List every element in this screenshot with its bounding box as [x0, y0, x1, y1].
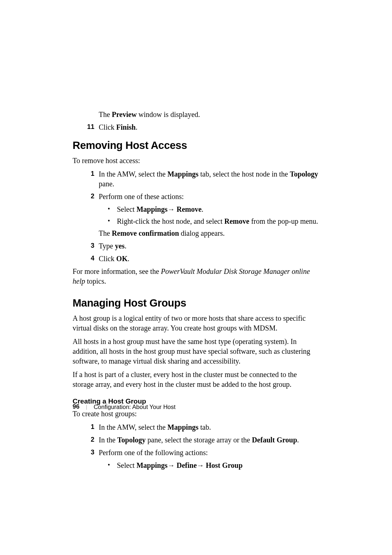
preview-post: window is displayed.	[137, 110, 200, 118]
step-number: 2	[83, 435, 94, 445]
preview-bold: Preview	[112, 110, 137, 118]
rha-confirm-note: 0 The Remove confirmation dialog appears…	[83, 228, 319, 238]
bullet-icon: •	[105, 461, 113, 470]
step-number: 1	[83, 169, 94, 189]
rha-step-3: 3 Type yes.	[83, 241, 319, 251]
intro-creating: To create host groups:	[73, 409, 319, 419]
continuation-note: 00 The Preview window is displayed.	[83, 110, 319, 119]
page-footer: 96 | Configuration: About Your Host	[73, 403, 176, 410]
step-number: 1	[83, 422, 94, 432]
chg-step-1: 1 In the AMW, select the Mappings tab.	[83, 422, 319, 432]
mhg-p3: If a host is part of a cluster, every ho…	[73, 370, 319, 389]
chg-step-3: 3 Perform one of the following actions:	[83, 448, 319, 458]
bullet-icon: •	[105, 216, 113, 226]
rha-step-1: 1 In the AMW, select the Mappings tab, s…	[83, 169, 319, 189]
more-info: For more information, see the PowerVault…	[73, 267, 319, 286]
page-content: 00 The Preview window is displayed. 11 C…	[0, 0, 392, 470]
step-number: 3	[83, 241, 94, 251]
rha-bullet-1: • Select Mappings→ Remove.	[105, 204, 319, 214]
chg-step-2: 2 In the Topology pane, select the stora…	[83, 435, 319, 445]
step-number: 4	[83, 254, 94, 264]
chg-bullet-1: • Select Mappings→ Define→ Host Group	[105, 461, 319, 470]
rha-bullet-2: • Right-click the host node, and select …	[105, 216, 319, 226]
step-number: 2	[83, 192, 94, 202]
rha-step-4: 4 Click OK.	[83, 254, 319, 264]
bullet-icon: •	[105, 204, 113, 214]
footer-separator: |	[86, 404, 87, 410]
page-number: 96	[73, 403, 79, 410]
mhg-p1: A host group is a logical entity of two …	[73, 313, 319, 333]
step-11: 11 Click Finish.	[83, 122, 319, 132]
preview-pre: The	[99, 110, 112, 118]
step11-bold: Finish	[116, 123, 135, 131]
rha-step-2: 2 Perform one of these actions:	[83, 192, 319, 202]
heading-managing-host-groups: Managing Host Groups	[73, 297, 319, 309]
footer-text: Configuration: About Your Host	[94, 404, 176, 410]
step11-post: .	[136, 123, 138, 131]
mhg-p2: All hosts in a host group must have the …	[73, 337, 319, 366]
step-number: 3	[83, 448, 94, 458]
step-number: 11	[83, 122, 94, 132]
step11-pre: Click	[99, 123, 116, 131]
heading-removing-host-access: Removing Host Access	[73, 139, 319, 151]
intro-removing: To remove host access:	[73, 156, 319, 166]
